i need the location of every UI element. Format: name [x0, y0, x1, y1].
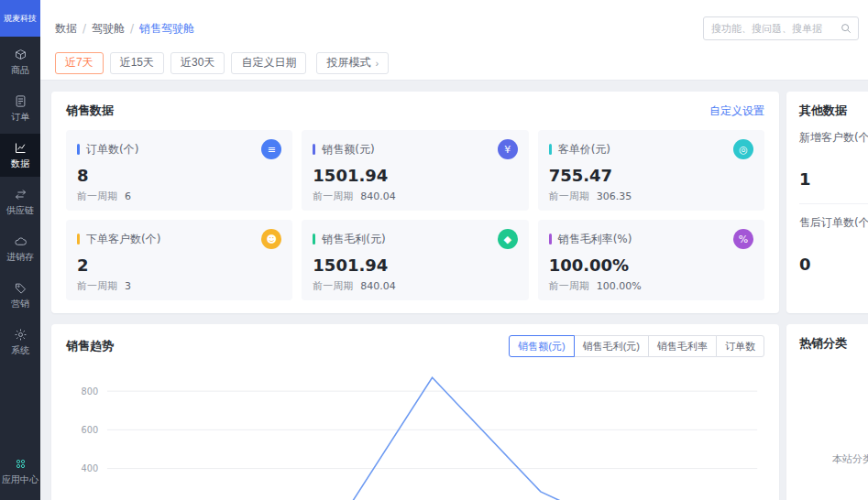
- sidebar-item-orders[interactable]: 订单: [0, 87, 40, 130]
- trend-line-chart: 200400600800: [66, 372, 764, 500]
- metric-tile-ordering-customers: 下单客户数(个) ☻ 2 前一周期3: [66, 220, 292, 300]
- svg-text:400: 400: [82, 463, 99, 473]
- line-chart-icon: [14, 141, 27, 155]
- accent-bar: [313, 144, 315, 155]
- sidebar-item-label: 营销: [11, 298, 29, 310]
- tag-icon: [14, 281, 27, 295]
- other-data-label: 售后订单数(个): [799, 215, 868, 231]
- sales-data-title: 销售数据: [66, 103, 114, 119]
- accent-bar: [549, 234, 552, 245]
- accent-bar: [77, 234, 80, 245]
- metric-tile-orders: 订单数(个) ≡ 8 前一周期6: [66, 130, 292, 211]
- prev-period-label: 前一周期: [313, 190, 353, 202]
- metric-value: 8: [77, 166, 281, 185]
- percent-icon: %: [733, 229, 753, 249]
- sidebar-item-label: 系统: [11, 344, 29, 357]
- sidebar-item-data[interactable]: 数据: [0, 134, 40, 177]
- prev-period-value: 840.04: [360, 190, 396, 202]
- metric-tile-sales-amount: 销售额(元) ¥ 1501.94 前一周期840.04: [302, 130, 528, 211]
- breadcrumb: 数据 / 驾驶舱 / 销售驾驶舱: [55, 21, 194, 37]
- sidebar-item-inventory[interactable]: 进销存: [0, 227, 40, 270]
- metric-value: 100.00%: [549, 255, 753, 275]
- goods-box-icon: [14, 48, 27, 61]
- range-tab-7d[interactable]: 近7天: [55, 52, 104, 74]
- hot-category-card: 热销分类 本站分类排行: [786, 324, 868, 500]
- sidebar-item-app-center[interactable]: 应用中心: [0, 450, 40, 493]
- search-icon[interactable]: [840, 22, 852, 35]
- profit-icon: ◆: [498, 229, 518, 249]
- other-data-card: 其他数据 新增客户数(个) 1 售后订单数(个) 0: [786, 92, 868, 313]
- sales-trend-card: 销售趋势 销售额(元) 销售毛利(元) 销售毛利率 订单数 2004006008…: [51, 324, 779, 500]
- trend-metric-switcher: 销售额(元) 销售毛利(元) 销售毛利率 订单数: [509, 335, 764, 357]
- order-document-icon: [14, 94, 27, 108]
- prev-period-label: 前一周期: [77, 280, 117, 292]
- content: 销售数据 自定义设置 订单数(个) ≡ 8 前一周期6: [40, 81, 868, 500]
- svg-text:600: 600: [82, 425, 99, 435]
- price-icon: ◎: [733, 139, 753, 159]
- prev-period-value: 100.00%: [597, 280, 642, 292]
- accent-bar: [77, 144, 80, 155]
- screen-cast-button[interactable]: 投屏模式 ›: [316, 52, 389, 74]
- line-chart-svg: 200400600800: [66, 372, 764, 500]
- custom-settings-link[interactable]: 自定义设置: [709, 103, 764, 119]
- sidebar-item-marketing[interactable]: 营销: [0, 274, 40, 317]
- breadcrumb-separator: /: [130, 22, 134, 35]
- search-input[interactable]: [703, 16, 859, 40]
- trend-btn-gross-profit[interactable]: 销售毛利(元): [574, 335, 649, 357]
- breadcrumb-item[interactable]: 数据: [55, 21, 77, 37]
- trend-btn-sales-amount[interactable]: 销售额(元): [509, 335, 574, 357]
- app-grid-dots-icon: [14, 457, 27, 471]
- customer-icon: ☻: [261, 229, 281, 249]
- topbar: 数据 / 驾驶舱 / 销售驾驶舱: [40, 0, 868, 46]
- range-tab-custom[interactable]: 自定义日期: [231, 52, 306, 74]
- exchange-arrows-icon: [14, 188, 27, 201]
- other-data-title: 其他数据: [799, 103, 868, 119]
- sidebar-item-goods[interactable]: 商品: [0, 40, 40, 83]
- prev-period-label: 前一周期: [313, 280, 353, 292]
- metric-label: 下单客户数(个): [86, 232, 160, 247]
- sidebar-item-label: 应用中心: [2, 473, 38, 486]
- metric-grid: 订单数(个) ≡ 8 前一周期6 销售额(元) ¥: [66, 130, 764, 300]
- chevron-right-icon: ›: [375, 58, 379, 69]
- sidebar: 观麦科技 商品 订单 数据 供应链 进销存 营销 系统: [0, 0, 40, 500]
- breadcrumb-separator: /: [82, 22, 86, 35]
- screen-cast-label: 投屏模式: [326, 55, 370, 71]
- metric-tile-gross-profit: 销售毛利(元) ◆ 1501.94 前一周期840.04: [302, 220, 528, 300]
- prev-period-value: 840.04: [360, 280, 396, 292]
- sales-trend-title: 销售趋势: [66, 338, 114, 354]
- sidebar-item-system[interactable]: 系统: [0, 321, 40, 364]
- gear-icon: [14, 328, 27, 342]
- prev-period-value: 6: [125, 190, 131, 202]
- sidebar-item-label: 订单: [11, 111, 29, 124]
- prev-period-value: 306.35: [597, 190, 632, 202]
- sidebar-item-supply-chain[interactable]: 供应链: [0, 180, 40, 223]
- trend-btn-order-count[interactable]: 订单数: [716, 335, 764, 357]
- yuan-icon: ¥: [498, 139, 518, 159]
- metric-label: 销售毛利(元): [322, 232, 385, 247]
- other-data-value: 0: [799, 255, 868, 274]
- metric-value: 1501.94: [313, 166, 517, 185]
- brand-logo: 观麦科技: [0, 0, 40, 37]
- prev-period-label: 前一周期: [549, 280, 589, 292]
- row-overview: 销售数据 自定义设置 订单数(个) ≡ 8 前一周期6: [51, 92, 868, 313]
- metric-tile-gross-margin: 销售毛利率(%) % 100.00% 前一周期100.00%: [538, 220, 764, 300]
- metric-value: 1501.94: [313, 255, 517, 275]
- sales-data-card: 销售数据 自定义设置 订单数(个) ≡ 8 前一周期6: [51, 92, 779, 313]
- sidebar-item-label: 数据: [11, 158, 29, 170]
- cloud-icon: [14, 234, 27, 248]
- accent-bar: [313, 234, 315, 245]
- app-window: 观麦科技 商品 订单 数据 供应链 进销存 营销 系统: [0, 0, 868, 500]
- filter-bar: 近7天 近15天 近30天 自定义日期 投屏模式 ›: [40, 46, 868, 81]
- metric-label: 销售额(元): [322, 142, 374, 158]
- hot-category-title: 热销分类: [799, 335, 868, 352]
- accent-bar: [549, 144, 552, 155]
- range-tab-30d[interactable]: 近30天: [170, 52, 225, 74]
- metric-tile-avg-order-value: 客单价(元) ◎ 755.47 前一周期306.35: [538, 130, 764, 211]
- breadcrumb-current: 销售驾驶舱: [139, 21, 194, 37]
- other-data-item-new-customers: 新增客户数(个) 1: [799, 119, 868, 203]
- breadcrumb-item[interactable]: 驾驶舱: [92, 21, 125, 37]
- range-tab-15d[interactable]: 近15天: [110, 52, 164, 74]
- trend-btn-gross-margin[interactable]: 销售毛利率: [648, 335, 717, 357]
- prev-period-label: 前一周期: [77, 190, 117, 202]
- prev-period-value: 3: [125, 280, 131, 292]
